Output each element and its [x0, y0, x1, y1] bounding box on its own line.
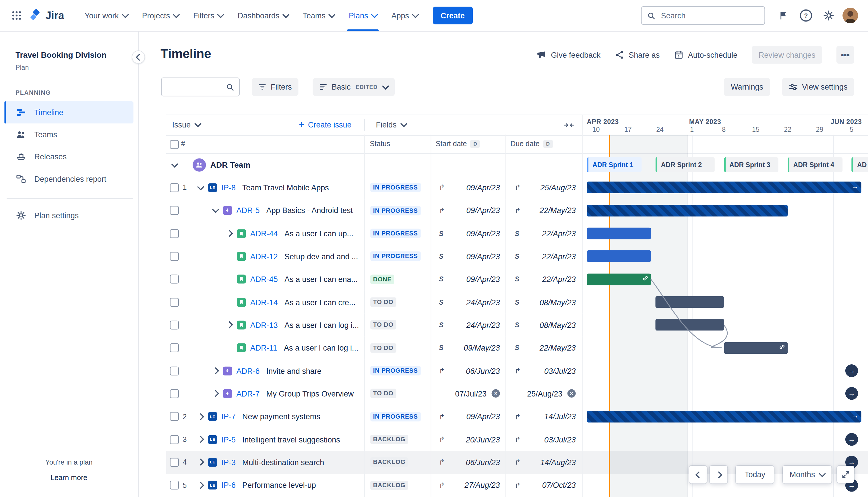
- sprint-chip[interactable]: ADR Sprint 4: [787, 157, 842, 172]
- issue-key-link[interactable]: ADR-6: [236, 366, 260, 375]
- status-badge[interactable]: TO DO: [370, 389, 396, 398]
- timeline-prev-button[interactable]: [689, 466, 707, 483]
- timeline-fullscreen-button[interactable]: [837, 466, 854, 483]
- expander-collapsed-icon[interactable]: [225, 229, 234, 238]
- global-search[interactable]: [641, 6, 765, 25]
- issue-column-dropdown[interactable]: Issue: [172, 120, 201, 129]
- learn-more-link[interactable]: Learn more: [0, 473, 138, 482]
- row-checkbox[interactable]: [170, 252, 179, 261]
- row-checkbox[interactable]: [170, 435, 179, 444]
- issue-key-link[interactable]: IP-3: [221, 458, 236, 467]
- row-checkbox[interactable]: [170, 389, 179, 398]
- status-badge[interactable]: IN PROGRESS: [370, 183, 420, 193]
- clear-date-icon[interactable]: ×: [492, 389, 500, 398]
- gantt-bar-ip-7[interactable]: →: [587, 411, 862, 422]
- auto-schedule-button[interactable]: Auto-schedule: [674, 50, 738, 59]
- issue-key-link[interactable]: IP-6: [221, 481, 236, 489]
- sprint-chip[interactable]: ADR Sprint 1: [587, 157, 642, 172]
- status-badge[interactable]: TO DO: [370, 343, 396, 353]
- review-changes-button[interactable]: Review changes: [752, 46, 822, 64]
- timeline-next-button[interactable]: [710, 466, 727, 483]
- sprint-chip[interactable]: AD: [852, 157, 868, 172]
- issue-key-link[interactable]: IP-7: [221, 412, 236, 421]
- row-checkbox[interactable]: [170, 275, 179, 284]
- filters-button[interactable]: Filters: [252, 78, 298, 96]
- row-checkbox[interactable]: [170, 481, 179, 489]
- expander-expanded-icon[interactable]: [211, 206, 220, 215]
- clear-date-icon[interactable]: ×: [567, 389, 576, 398]
- row-checkbox[interactable]: [170, 298, 179, 307]
- expander-collapsed-icon[interactable]: [196, 481, 205, 489]
- status-badge[interactable]: DONE: [370, 274, 394, 284]
- help-icon[interactable]: ?: [797, 6, 815, 24]
- status-badge[interactable]: IN PROGRESS: [370, 412, 420, 421]
- expander-collapsed-icon[interactable]: [196, 435, 205, 444]
- sidebar-item-teams[interactable]: Teams: [4, 124, 133, 145]
- gantt-bar-adr-11[interactable]: [724, 342, 788, 354]
- timeline-today-button[interactable]: Today: [736, 466, 774, 483]
- nav-item-your-work[interactable]: Your work: [77, 0, 135, 31]
- status-badge[interactable]: TO DO: [370, 297, 396, 307]
- issue-key-link[interactable]: ADR-5: [236, 206, 260, 215]
- status-badge[interactable]: IN PROGRESS: [370, 366, 420, 375]
- sidebar-item-timeline[interactable]: Timeline: [4, 101, 133, 124]
- share-as-button[interactable]: Share as: [615, 50, 660, 59]
- nav-item-apps[interactable]: Apps: [384, 0, 425, 31]
- timeline-zoom-select[interactable]: Months: [783, 466, 832, 483]
- more-actions-button[interactable]: •••: [836, 46, 854, 64]
- issue-key-link[interactable]: ADR-45: [250, 275, 278, 284]
- issue-key-link[interactable]: ADR-14: [250, 298, 278, 307]
- search-input[interactable]: [660, 11, 759, 21]
- scroll-to-bar-button[interactable]: →: [845, 364, 858, 377]
- view-mode-button[interactable]: Basic EDITED: [313, 78, 395, 96]
- nav-item-plans[interactable]: Plans: [342, 0, 384, 31]
- issue-key-link[interactable]: ADR-13: [250, 321, 278, 330]
- expander-collapsed-icon[interactable]: [225, 321, 234, 330]
- sprint-chip[interactable]: ADR Sprint 3: [724, 157, 779, 172]
- jira-logo[interactable]: Jira: [29, 9, 64, 22]
- expander-expanded-icon[interactable]: [196, 183, 205, 192]
- user-avatar[interactable]: [842, 8, 858, 23]
- row-checkbox[interactable]: [170, 343, 179, 352]
- status-badge[interactable]: BACKLOG: [370, 481, 408, 490]
- issue-key-link[interactable]: IP-8: [221, 183, 236, 192]
- sidebar-item-releases[interactable]: Releases: [4, 145, 133, 168]
- status-badge[interactable]: IN PROGRESS: [370, 252, 420, 261]
- status-badge[interactable]: IN PROGRESS: [370, 206, 420, 215]
- collapse-fields-icon[interactable]: [563, 121, 575, 131]
- issue-key-link[interactable]: ADR-11: [250, 343, 277, 352]
- row-checkbox[interactable]: [170, 183, 179, 192]
- column-header-due-date[interactable]: Due dateD: [510, 140, 553, 148]
- gantt-bar-adr-45[interactable]: [587, 273, 651, 285]
- app-switcher-icon[interactable]: [8, 6, 26, 24]
- row-checkbox[interactable]: [170, 366, 179, 375]
- gantt-bar-adr-5[interactable]: [587, 205, 787, 216]
- row-checkbox[interactable]: [170, 229, 179, 238]
- give-feedback-button[interactable]: Give feedback: [536, 50, 601, 60]
- view-settings-button[interactable]: View settings: [782, 78, 854, 96]
- dependency-link-icon[interactable]: [642, 275, 648, 281]
- expander-collapsed-icon[interactable]: [211, 389, 220, 398]
- status-badge[interactable]: IN PROGRESS: [370, 229, 420, 238]
- gantt-bar-adr-14[interactable]: [655, 296, 724, 308]
- row-checkbox[interactable]: [170, 321, 179, 330]
- settings-gear-icon[interactable]: [820, 6, 838, 24]
- row-checkbox[interactable]: [170, 412, 179, 421]
- issue-key-link[interactable]: ADR-7: [236, 389, 260, 398]
- row-checkbox[interactable]: [170, 206, 179, 215]
- timeline-search-field[interactable]: [161, 77, 240, 97]
- sprint-chip[interactable]: ADR Sprint 2: [655, 157, 715, 172]
- nav-item-dashboards[interactable]: Dashboards: [231, 0, 296, 31]
- issue-key-link[interactable]: ADR-44: [250, 229, 278, 238]
- scroll-to-bar-button[interactable]: →: [845, 387, 858, 400]
- row-checkbox[interactable]: [170, 458, 179, 467]
- gantt-bar-ip-8[interactable]: →: [587, 182, 862, 194]
- notifications-flag-icon[interactable]: [775, 6, 792, 24]
- scroll-to-bar-button[interactable]: →: [845, 433, 858, 445]
- nav-item-teams[interactable]: Teams: [295, 0, 342, 31]
- column-header-status[interactable]: Status: [370, 140, 390, 148]
- create-button[interactable]: Create: [433, 6, 473, 24]
- nav-item-filters[interactable]: Filters: [186, 0, 231, 31]
- column-header-start-date[interactable]: Start dateD: [436, 140, 480, 148]
- expander-collapsed-icon[interactable]: [196, 458, 205, 467]
